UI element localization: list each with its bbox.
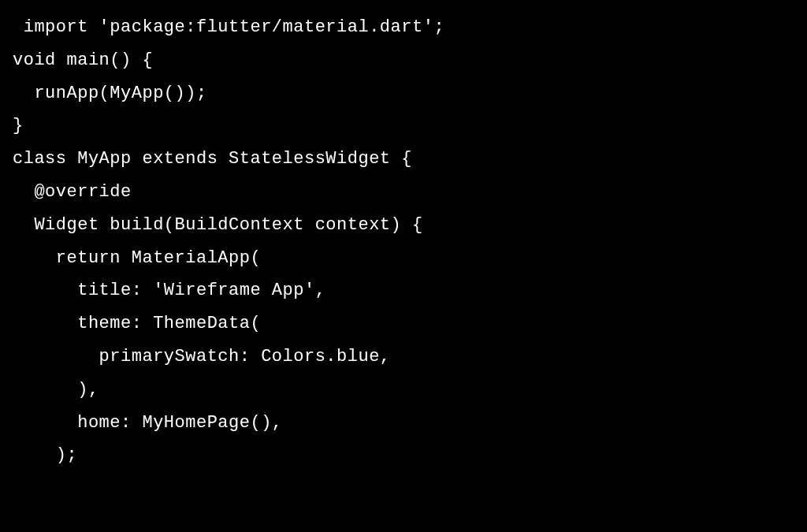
code-line: theme: ThemeData( xyxy=(13,307,794,340)
code-line: class MyApp extends StatelessWidget { xyxy=(13,143,794,176)
code-line: primarySwatch: Colors.blue, xyxy=(13,340,794,374)
code-line: Widget build(BuildContext context) { xyxy=(13,209,794,242)
code-line: ); xyxy=(13,439,794,472)
code-line: title: 'Wireframe App', xyxy=(13,274,794,307)
code-line: runApp(MyApp()); xyxy=(13,77,794,110)
code-line: return MaterialApp( xyxy=(13,242,794,275)
code-line: import 'package:flutter/material.dart'; xyxy=(13,11,794,44)
code-block: import 'package:flutter/material.dart'; … xyxy=(13,11,794,472)
code-line: } xyxy=(13,110,794,143)
code-line: ), xyxy=(13,374,794,407)
code-line: void main() { xyxy=(13,44,794,77)
code-line: @override xyxy=(13,176,794,209)
code-line: home: MyHomePage(), xyxy=(13,407,794,440)
